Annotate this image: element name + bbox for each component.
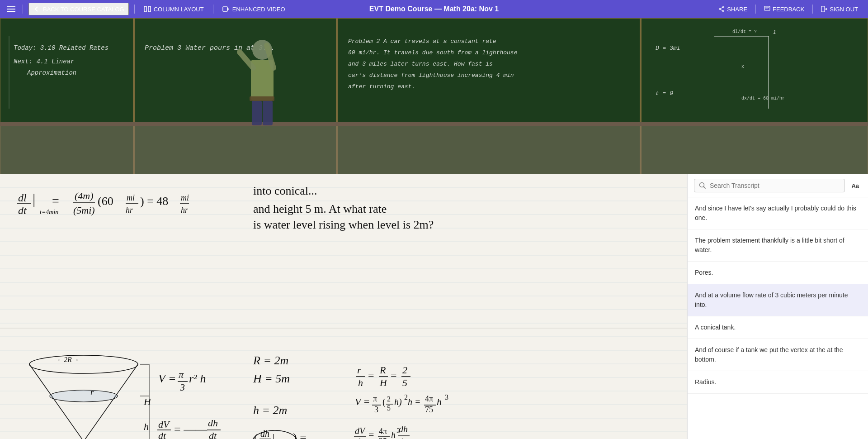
video-player[interactable]: Today: 3.10 Related Rates Next: 4.1 Line…: [0, 18, 868, 174]
svg-line-7: [721, 7, 723, 9]
svg-text:(: (: [382, 397, 386, 407]
svg-text:mi: mi: [181, 193, 189, 202]
transcript-entry[interactable]: Radius.: [688, 371, 868, 394]
svg-rect-18: [0, 124, 868, 174]
share-button[interactable]: SHARE: [714, 4, 752, 14]
svg-text:Approximation: Approximation: [27, 69, 76, 76]
svg-text:dt: dt: [356, 437, 363, 439]
svg-text:h: h: [358, 377, 363, 388]
svg-rect-9: [764, 6, 770, 10]
svg-line-144: [704, 187, 706, 189]
svg-text:h =: h =: [408, 397, 421, 407]
svg-text:R: R: [379, 364, 386, 376]
back-label: BACK TO COURSE CATALOG: [43, 6, 124, 13]
svg-text:mi: mi: [127, 193, 135, 202]
transcript-entry[interactable]: And since I have let's say actually I pr…: [688, 197, 868, 229]
svg-text:←2R→: ←2R→: [57, 356, 79, 363]
svg-text:(4m): (4m): [75, 190, 94, 201]
svg-text:into conical...: into conical...: [253, 184, 317, 197]
feedback-button[interactable]: FEEDBACK: [760, 4, 809, 14]
back-arrow-icon: [33, 5, 40, 13]
svg-rect-1: [148, 6, 151, 12]
svg-text:2: 2: [402, 364, 407, 376]
transcript-entry[interactable]: Pores.: [688, 262, 868, 284]
svg-rect-44: [250, 96, 274, 101]
back-to-catalog-button[interactable]: BACK TO COURSE CATALOG: [28, 3, 129, 15]
svg-text:dt: dt: [18, 205, 27, 216]
svg-text:dt: dt: [399, 437, 406, 439]
svg-marker-3: [227, 8, 229, 10]
svg-text:V =: V =: [355, 396, 370, 407]
svg-text:4π: 4π: [425, 394, 433, 403]
column-layout-label: COLUMN LAYOUT: [154, 6, 204, 13]
svg-rect-12: [821, 6, 825, 12]
svg-rect-0: [144, 6, 146, 12]
svg-text:) = 48: ) = 48: [140, 195, 168, 208]
svg-text:dl: dl: [18, 192, 27, 204]
svg-text:R = 2m: R = 2m: [253, 354, 288, 367]
transcript-sidebar: Aa And since I have let's say actually I…: [687, 174, 868, 439]
svg-text:2: 2: [387, 395, 391, 403]
search-icon: [699, 182, 706, 189]
svg-text:Today: 3.10 Related Rates: Today: 3.10 Related Rates: [14, 44, 108, 52]
svg-point-4: [723, 6, 724, 8]
svg-text:and 3 miles later turns east. : and 3 miles later turns east. How fast i…: [348, 61, 493, 67]
svg-rect-19: [0, 122, 868, 126]
svg-text:5: 5: [387, 404, 391, 412]
svg-text:75: 75: [425, 405, 433, 414]
search-wrapper[interactable]: [694, 179, 845, 192]
nav-left-group: BACK TO COURSE CATALOG COLUMN LAYOUT ENH…: [5, 3, 289, 15]
svg-rect-42: [252, 100, 262, 125]
notes-background: dl dt | t=4min = (4m) (5mi) (60 mi hr ): [0, 174, 687, 439]
transcript-entry[interactable]: And at a volume flow rate of 3 cubic met…: [688, 284, 868, 316]
bottom-section: dl dt | t=4min = (4m) (5mi) (60 mi hr ): [0, 174, 868, 439]
transcript-entry[interactable]: A conical tank.: [688, 316, 868, 339]
svg-text:=: =: [368, 429, 374, 439]
nav-divider-4: [755, 5, 756, 14]
enhanced-video-button[interactable]: ENHANCED VIDEO: [219, 4, 289, 14]
font-size-button[interactable]: Aa: [849, 181, 862, 191]
nav-divider-1: [23, 5, 23, 14]
signout-button[interactable]: SIGN OUT: [816, 4, 863, 14]
svg-text:|: |: [273, 432, 275, 439]
svg-text:dV: dV: [355, 426, 366, 436]
search-transcript-input[interactable]: [710, 182, 840, 189]
svg-text:3: 3: [374, 405, 378, 414]
enhanced-video-label: ENHANCED VIDEO: [232, 6, 285, 13]
svg-text:Next: 4.1 Linear: Next: 4.1 Linear: [14, 58, 74, 65]
svg-text:h = 2m: h = 2m: [253, 404, 287, 417]
hamburger-menu-button[interactable]: [5, 5, 17, 14]
column-layout-icon: [144, 5, 151, 13]
transcript-entry[interactable]: And of course if a tank we put the verte…: [688, 339, 868, 371]
svg-text:h: h: [437, 396, 442, 407]
svg-point-72: [50, 390, 118, 402]
svg-text:dh: dh: [208, 417, 218, 429]
svg-text:dh: dh: [260, 429, 269, 439]
transcript-entry[interactable]: The problem statement thankfully is a li…: [688, 229, 868, 262]
svg-rect-2: [223, 7, 227, 11]
svg-text:after turning east.: after turning east.: [348, 83, 415, 90]
svg-text:2: 2: [404, 393, 408, 401]
nav-divider-5: [812, 5, 813, 14]
column-layout-button[interactable]: COLUMN LAYOUT: [140, 4, 208, 14]
page-title: EVT Demo Course — Math 20a: Nov 1: [369, 5, 499, 13]
video-section[interactable]: Today: 3.10 Related Rates Next: 4.1 Line…: [0, 18, 868, 174]
svg-text:=: =: [391, 369, 397, 381]
svg-text:60 mi/hr.  It travels due sout: 60 mi/hr. It travels due south from a li…: [348, 49, 518, 56]
enhanced-video-icon: [222, 5, 230, 13]
svg-text:t=4min: t=4min: [40, 209, 58, 215]
svg-point-6: [719, 9, 721, 10]
svg-text:dh: dh: [399, 424, 408, 434]
svg-text:(60: (60: [98, 195, 113, 208]
svg-text:5: 5: [402, 377, 407, 388]
svg-text:4π: 4π: [379, 427, 387, 436]
top-navigation: BACK TO COURSE CATALOG COLUMN LAYOUT ENH…: [0, 0, 868, 18]
svg-text:car's distance from lighthouse: car's distance from lighthouse increasin…: [348, 72, 514, 79]
svg-text:H: H: [143, 396, 151, 407]
svg-text:dt: dt: [209, 430, 217, 439]
svg-text:|: |: [33, 191, 35, 207]
svg-text:h: h: [391, 430, 396, 439]
svg-text:r² h: r² h: [189, 372, 206, 385]
transcript-body[interactable]: And since I have let's say actually I pr…: [688, 197, 868, 439]
svg-text:hr: hr: [126, 205, 133, 215]
